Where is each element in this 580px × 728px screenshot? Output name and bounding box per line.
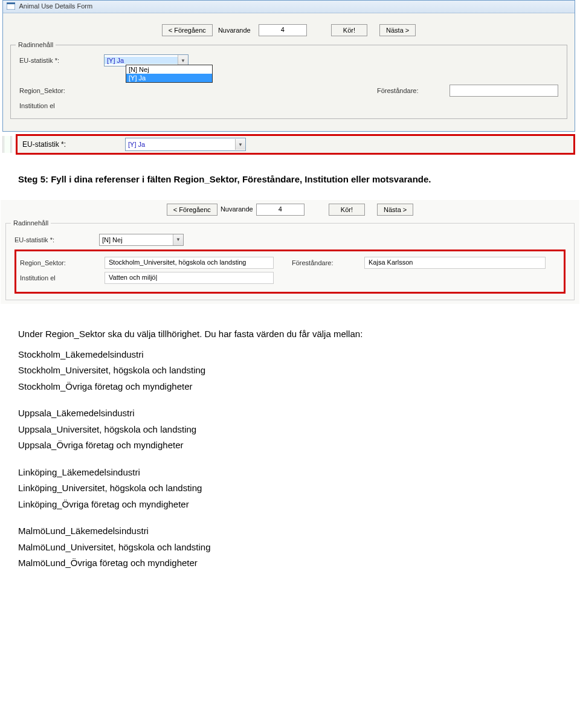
list-item: Linköping_Universitet, högskola och land… bbox=[18, 482, 562, 495]
intro-text: Under Region_Sektor ska du välja tillhör… bbox=[18, 327, 562, 341]
radinnehall-fieldset-1: Radinnehåll EU-statistik *: [Y] Ja ▼ [N]… bbox=[10, 45, 567, 119]
institution-label: Institution el bbox=[19, 102, 104, 109]
nav-row-2: < Föregåenc Nuvarande 4 Kör! Nästa > bbox=[1, 200, 579, 219]
eu-statistik-label-2: EU-statistik *: bbox=[14, 236, 99, 243]
run-button-2[interactable]: Kör! bbox=[329, 204, 365, 216]
prev-button-2[interactable]: < Föregåenc bbox=[167, 204, 218, 216]
form-panel-2: < Föregåenc Nuvarande 4 Kör! Nästa > Rad… bbox=[0, 199, 580, 304]
window-icon bbox=[7, 2, 15, 11]
eu-statistik-dropdown-2[interactable]: [N] Nej ▼ bbox=[99, 234, 184, 246]
values-uppsala: Uppsala_Läkemedelsindustri Uppsala_Unive… bbox=[18, 407, 562, 453]
radinnehall-fieldset-2: Radinnehåll EU-statistik *: [N] Nej ▼ Re… bbox=[5, 223, 575, 300]
institution-input[interactable]: Vatten och miljö| bbox=[105, 272, 274, 284]
forestandare-input[interactable] bbox=[450, 85, 558, 97]
form-window-1: Animal Use Details Form < Föregåenc Nuva… bbox=[2, 0, 575, 132]
values-linkoping: Linköping_Läkemedelsindustri Linköping_U… bbox=[18, 466, 562, 512]
list-item: MalmöLund_Övriga företag och myndigheter bbox=[18, 556, 562, 570]
step5-heading: Steg 5: Fyll i dina referenser i fälten … bbox=[18, 173, 562, 186]
current-label: Nuvarande bbox=[218, 27, 251, 34]
eu-highlight-box: EU-statistik *: [Y] Ja ▼ bbox=[16, 134, 575, 155]
list-item: Uppsala_Övriga företag och myndigheter bbox=[18, 439, 562, 453]
prev-button[interactable]: < Föregåenc bbox=[162, 24, 213, 36]
institution-label-2: Institution el bbox=[20, 274, 105, 282]
chevron-down-icon[interactable]: ▼ bbox=[173, 234, 183, 245]
region-sektor-label: Region_Sektor: bbox=[19, 87, 104, 94]
list-item: MalmöLund_Universitet, högskola och land… bbox=[18, 541, 562, 555]
eu-highlight-dropdown[interactable]: [Y] Ja ▼ bbox=[125, 138, 246, 151]
list-item: MalmöLund_Läkemedelsindustri bbox=[18, 524, 562, 538]
nav-row: < Föregåenc Nuvarande 4 Kör! Nästa > bbox=[3, 13, 575, 41]
fieldset-legend: Radinnehåll bbox=[16, 41, 56, 48]
eu-highlight-label: EU-statistik *: bbox=[22, 140, 125, 149]
current-label-2: Nuvarande bbox=[221, 205, 253, 213]
eu-statistik-label: EU-statistik *: bbox=[19, 57, 104, 64]
list-item: Uppsala_Universitet, högskola och landst… bbox=[18, 423, 562, 437]
run-button[interactable]: Kör! bbox=[331, 24, 367, 36]
eu-value: [Y] Ja bbox=[105, 57, 178, 64]
document-body-2: Under Region_Sektor ska du välja tillhör… bbox=[0, 304, 580, 590]
option-ja[interactable]: [Y] Ja bbox=[126, 74, 212, 82]
values-stockholm: Stockholm_Läkemedelsindustri Stockholm_U… bbox=[18, 348, 562, 394]
list-item: Uppsala_Läkemedelsindustri bbox=[18, 407, 562, 420]
fieldset-legend-2: Radinnehåll bbox=[11, 219, 51, 227]
eu-dropdown-list[interactable]: [N] Nej [Y] Ja bbox=[126, 65, 213, 83]
region-sektor-label-2: Region_Sektor: bbox=[20, 259, 105, 266]
forestandare-input-2[interactable]: Kajsa Karlsson bbox=[364, 257, 546, 269]
region-sektor-input[interactable]: Stockholm_Universitet, högskola och land… bbox=[105, 257, 274, 269]
forestandare-label: Föreståndare: bbox=[377, 87, 450, 94]
list-item: Stockholm_Universitet, högskola och land… bbox=[18, 364, 562, 378]
list-item: Linköping_Övriga företag och myndigheter bbox=[18, 498, 562, 512]
reference-fields-highlight: Region_Sektor: Stockholm_Universitet, hö… bbox=[14, 250, 566, 294]
crop-edge-icon bbox=[2, 136, 12, 153]
eu-highlight-value: [Y] Ja bbox=[126, 141, 235, 148]
svg-rect-1 bbox=[7, 2, 15, 4]
current-value-input[interactable]: 4 bbox=[259, 24, 307, 36]
eu-value-2: [N] Nej bbox=[100, 236, 173, 243]
list-item: Linköping_Läkemedelsindustri bbox=[18, 466, 562, 480]
chevron-down-icon[interactable]: ▼ bbox=[235, 139, 245, 150]
window-title: Animal Use Details Form bbox=[19, 2, 92, 10]
current-value-input-2[interactable]: 4 bbox=[256, 204, 304, 216]
eu-highlight-crop: EU-statistik *: [Y] Ja ▼ bbox=[2, 134, 575, 155]
document-body: Steg 5: Fyll i dina referenser i fälten … bbox=[0, 161, 580, 199]
forestandare-label-2: Föreståndare: bbox=[292, 259, 364, 266]
titlebar: Animal Use Details Form bbox=[3, 1, 575, 13]
next-button[interactable]: Nästa > bbox=[379, 24, 416, 36]
values-malmolund: MalmöLund_Läkemedelsindustri MalmöLund_U… bbox=[18, 524, 562, 570]
list-item: Stockholm_Läkemedelsindustri bbox=[18, 348, 562, 362]
option-nej[interactable]: [N] Nej bbox=[126, 65, 212, 74]
next-button-2[interactable]: Nästa > bbox=[377, 204, 413, 216]
list-item: Stockholm_Övriga företag och myndigheter bbox=[18, 380, 562, 394]
